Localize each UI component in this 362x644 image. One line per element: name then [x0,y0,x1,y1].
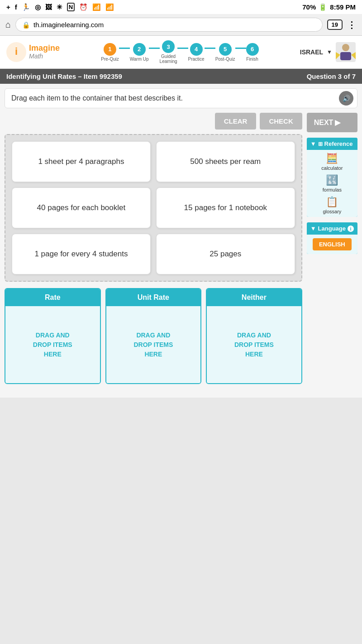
step-2[interactable]: 2 Warm Up [130,43,149,62]
language-info-icon: i [348,226,354,232]
drag-items-area: 1 sheet per 4 paragraphs 500 sheets per … [5,134,302,282]
calculator-item[interactable]: 🧮 calculator [321,153,343,171]
drag-card-6[interactable]: 25 pages [156,234,295,274]
status-bar-right: 70% 🔋 8:59 PM [302,3,356,11]
wifi-icon: 📶 [92,3,101,11]
drop-placeholder-rate: DRAG ANDDROP ITEMSHERE [33,331,72,359]
formulas-item[interactable]: 🔣 formulas [323,174,342,192]
circle-icon: ◎ [35,3,41,11]
speaker-icon: 🔊 [343,95,350,102]
instruction-text: Drag each item to the container that bes… [11,94,183,102]
english-button[interactable]: ENGLISH [313,238,352,250]
glossary-label: glossary [323,209,341,214]
language-label: Language [318,225,346,232]
connector-2-3 [149,48,160,49]
drag-card-2[interactable]: 500 sheets per ream [156,141,295,182]
ref-icon-small: ⊞ [318,141,323,147]
step-circle-6: 6 [246,43,259,56]
drop-zone-unit-rate-header: Unit Rate [106,289,201,306]
drop-zone-neither-body: DRAG ANDDROP ITEMSHERE [207,306,301,383]
question-title: Identifying Unit Rates – Item 992359 [6,72,122,80]
step-label-2: Warm Up [130,57,149,62]
image-icon: 🖼 [45,3,52,11]
home-button[interactable]: ⌂ [5,19,11,30]
drop-zone-unit-rate-body: DRAG ANDDROP ITEMSHERE [106,306,201,383]
svg-point-3 [342,44,349,51]
facebook-icon: f [15,3,17,11]
app-header: i Imagine Math 1 Pre-Quiz 2 Warm Up 3 Gu… [0,36,362,69]
battery-text: 70% [302,3,316,11]
user-area: ISRAEL ▼ [300,42,356,62]
logo-imagine: Imagine [29,44,60,53]
step-circle-3: 3 [162,40,175,53]
formulas-label: formulas [323,187,342,192]
next-button[interactable]: NEXT ▶ [307,113,357,132]
drop-zone-rate[interactable]: Rate DRAG ANDDROP ITEMSHERE [5,288,101,384]
browser-menu-button[interactable]: ⋮ [347,19,357,30]
step-label-3: Guided Learning [160,54,177,64]
bluetooth-icon: ✳ [57,3,62,11]
drag-card-5[interactable]: 1 page for every 4 students [12,234,151,274]
drop-zone-rate-body: DRAG ANDDROP ITEMSHERE [5,306,100,383]
step-6[interactable]: 6 Finish [246,43,259,62]
signal-icon: 📶 [105,3,114,11]
drop-zone-neither[interactable]: Neither DRAG ANDDROP ITEMSHERE [206,288,302,384]
triangle-icon: ▼ [310,140,316,147]
calculator-label: calculator [321,165,343,171]
connector-3-4 [177,48,188,49]
battery-icon: 🔋 [319,3,327,11]
audio-button[interactable]: 🔊 [339,91,353,106]
imagine-math-logo: i [6,42,26,62]
question-info: Question 3 of 7 [307,72,356,80]
drop-zone-unit-rate[interactable]: Unit Rate DRAG ANDDROP ITEMSHERE [105,288,202,384]
language-body: ENGLISH [307,235,357,254]
content-area: CLEAR CHECK 1 sheet per 4 paragraphs 500… [5,113,357,393]
check-button[interactable]: CHECK [260,113,302,130]
url-bar[interactable]: 🔒 th.imaginelearning.com [15,18,322,32]
step-4[interactable]: 4 Practice [188,43,205,62]
triangle-icon-lang: ▼ [310,225,316,232]
language-panel: ▼ Language i ENGLISH [307,222,357,254]
step-3[interactable]: 3 Guided Learning [160,40,177,64]
connector-4-5 [205,48,215,49]
formulas-icon: 🔣 [326,174,338,186]
glossary-item[interactable]: 📋 glossary [323,196,341,214]
step-1[interactable]: 1 Pre-Quiz [101,43,119,62]
user-avatar [336,42,356,62]
next-label: NEXT [314,119,333,127]
tab-count[interactable]: 19 [327,19,343,30]
drag-card-4[interactable]: 15 pages for 1 notebook [156,187,295,228]
drag-card-3[interactable]: 40 pages for each booklet [12,187,151,228]
connector-1-2 [119,48,130,49]
glossary-icon: 📋 [326,196,338,208]
next-arrow-icon: ▶ [335,118,340,127]
main-content: Drag each item to the container that bes… [0,84,362,398]
clear-button[interactable]: CLEAR [215,113,257,130]
step-circle-4: 4 [190,43,203,56]
reference-label: Reference [324,140,353,147]
url-text: th.imaginelearning.com [33,21,104,29]
instruction-box: Drag each item to the container that bes… [5,88,357,108]
app-container: i Imagine Math 1 Pre-Quiz 2 Warm Up 3 Gu… [0,36,362,398]
logo-text: Imagine Math [29,44,60,60]
drop-zones: Rate DRAG ANDDROP ITEMSHERE Unit Rate DR… [5,288,302,384]
dropdown-arrow-icon[interactable]: ▼ [327,49,332,55]
nfc-icon: N [67,3,75,11]
drag-card-1[interactable]: 1 sheet per 4 paragraphs [12,141,151,182]
drop-zone-neither-header: Neither [207,289,301,306]
reference-header: ▼ ⊞ Reference [307,138,357,150]
step-circle-5: 5 [219,43,232,56]
browser-bar: ⌂ 🔒 th.imaginelearning.com 19 ⋮ [0,14,362,36]
step-5[interactable]: 5 Post-Quiz [215,43,235,62]
step-label-6: Finish [246,57,258,62]
activity-icon: 🏃 [22,3,30,11]
status-bar-left: + f 🏃 ◎ 🖼 ✳ N ⏰ 📶 📶 [6,3,114,11]
right-panel: NEXT ▶ ▼ ⊞ Reference 🧮 calculator [307,113,357,393]
drop-placeholder-neither: DRAG ANDDROP ITEMSHERE [234,331,274,359]
logo-area: i Imagine Math [6,42,60,62]
action-buttons: CLEAR CHECK [5,113,302,130]
question-header: Identifying Unit Rates – Item 992359 Que… [0,69,362,84]
step-circle-2: 2 [133,43,146,56]
reference-items: 🧮 calculator 🔣 formulas 📋 glossary [307,150,357,217]
time-display: 8:59 PM [330,3,356,11]
